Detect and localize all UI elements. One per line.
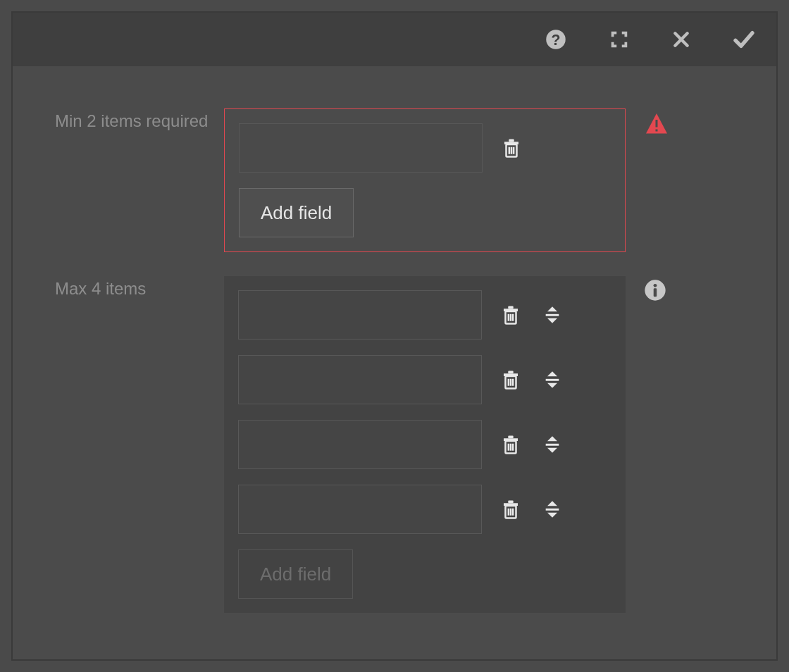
confirm-button[interactable]: [726, 21, 762, 58]
multifield-item: [238, 420, 611, 469]
multifield-max: Add field: [224, 276, 626, 613]
multifield-item: [238, 290, 611, 340]
add-field-button[interactable]: Add field: [239, 188, 354, 237]
trash-icon: [500, 304, 521, 326]
text-input[interactable]: [238, 355, 482, 404]
dialog-toolbar: [13, 13, 776, 66]
form-row: Max 4 items: [13, 276, 776, 613]
check-icon: [733, 28, 755, 51]
field-status: [626, 276, 666, 301]
multifield-min: Add field: [224, 108, 626, 252]
reorder-item-button[interactable]: [540, 367, 565, 392]
reorder-item-button[interactable]: [540, 302, 565, 328]
multifield-item: [239, 123, 611, 173]
form-row: Min 2 items required Add field: [13, 108, 776, 252]
trash-icon: [500, 433, 521, 456]
close-icon: [672, 30, 690, 49]
fullscreen-icon: [609, 29, 630, 50]
dialog-content: Min 2 items required Add field: [13, 66, 776, 635]
delete-item-button[interactable]: [497, 430, 524, 459]
delete-item-button[interactable]: [497, 301, 524, 329]
help-icon: [545, 29, 566, 50]
reorder-icon: [542, 370, 562, 390]
trash-icon: [500, 498, 521, 521]
delete-item-button[interactable]: [498, 134, 525, 162]
reorder-item-button[interactable]: [540, 432, 565, 457]
multifield-item: [238, 485, 611, 534]
fullscreen-button[interactable]: [602, 22, 637, 57]
info-icon: [644, 279, 666, 301]
field-label: Min 2 items required: [13, 108, 224, 131]
text-input[interactable]: [239, 123, 483, 173]
text-input[interactable]: [238, 290, 482, 340]
close-button[interactable]: [665, 23, 697, 56]
field-status: [626, 108, 669, 137]
reorder-icon: [542, 499, 562, 519]
reorder-icon: [542, 435, 562, 454]
trash-icon: [501, 137, 522, 159]
text-input[interactable]: [238, 485, 482, 534]
dialog: Min 2 items required Add field: [11, 11, 778, 661]
alert-icon: [644, 111, 669, 137]
delete-item-button[interactable]: [497, 366, 524, 394]
add-field-button-disabled: Add field: [238, 549, 353, 599]
multifield-item: [238, 355, 611, 404]
field-label: Max 4 items: [13, 276, 224, 299]
text-input[interactable]: [238, 420, 482, 469]
trash-icon: [500, 368, 521, 391]
reorder-item-button[interactable]: [540, 497, 565, 522]
reorder-icon: [542, 305, 562, 325]
help-button[interactable]: [538, 22, 573, 57]
delete-item-button[interactable]: [497, 495, 524, 523]
